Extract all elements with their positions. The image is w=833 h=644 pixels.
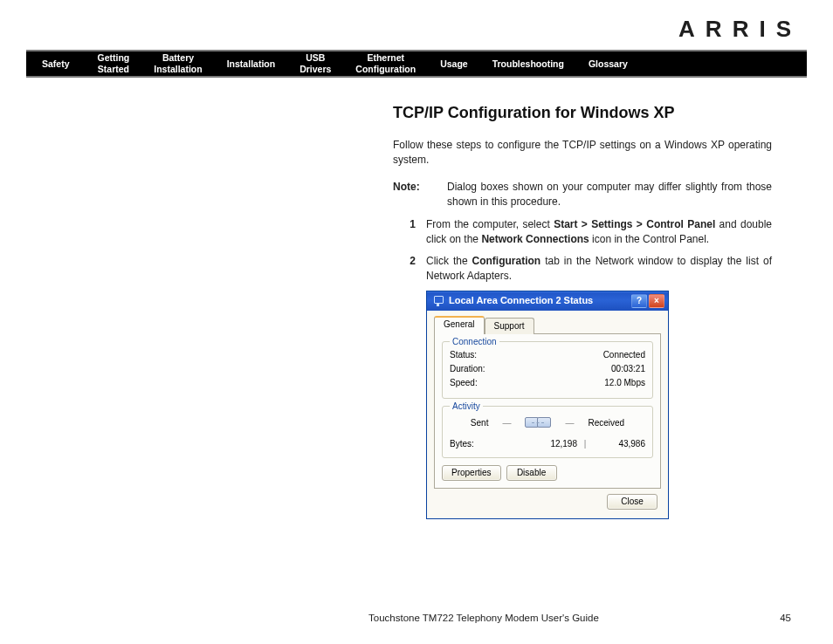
connection-fieldset: Connection Status: Connected Duration: 0…: [442, 341, 653, 399]
activity-icon: [525, 414, 551, 433]
speed-label: Speed:: [450, 377, 478, 389]
step-pre: Click the: [426, 255, 472, 267]
step-bold2: Network Connections: [481, 233, 589, 245]
dialog-close-button[interactable]: Close: [607, 494, 657, 510]
step-text: From the computer, select Start > Settin…: [426, 217, 772, 247]
xp-status-dialog: Local Area Connection 2 Status ? × Gener…: [426, 291, 669, 519]
nav-battery-installation[interactable]: Battery Installation: [141, 50, 214, 77]
xp-title-text: Local Area Connection 2 Status: [449, 294, 630, 307]
nav-installation[interactable]: Installation: [215, 56, 287, 72]
step-text: Click the Configuration tab in the Netwo…: [426, 254, 772, 284]
navbar: Safety Getting Started Battery Installat…: [26, 50, 807, 78]
tab-support[interactable]: Support: [485, 318, 534, 334]
step-post: icon in the Control Panel.: [589, 233, 709, 245]
note-row: Note: Dialog boxes shown on your compute…: [393, 180, 772, 209]
received-label: Received: [588, 417, 624, 429]
note-label: Note:: [393, 180, 447, 209]
close-button[interactable]: ×: [649, 294, 664, 308]
disable-button[interactable]: Disable: [506, 465, 557, 481]
step-bold1: Configuration: [472, 255, 541, 267]
bytes-sent: 12,198: [525, 438, 577, 450]
nav-glossary[interactable]: Glossary: [576, 56, 640, 72]
nav-getting-started[interactable]: Getting Started: [86, 50, 142, 77]
speed-row: Speed: 12.0 Mbps: [450, 377, 645, 389]
dash-right: —: [565, 417, 574, 429]
note-text: Dialog boxes shown on your computer may …: [447, 180, 772, 209]
xp-body: General Support Connection Status: Conne…: [427, 311, 668, 518]
page-heading: TCP/IP Configuration for Windows XP: [393, 102, 772, 124]
bytes-received: 43,986: [593, 438, 645, 450]
intro-paragraph: Follow these steps to configure the TCP/…: [393, 138, 772, 168]
duration-row: Duration: 00:03:21: [450, 363, 645, 375]
nav-troubleshooting[interactable]: Troubleshooting: [480, 56, 576, 72]
duration-label: Duration:: [450, 363, 485, 375]
dialog-button-row: Properties Disable: [442, 465, 653, 481]
footer-title: Touchstone TM722 Telephony Modem User's …: [368, 613, 599, 623]
bytes-row: Bytes: 12,198 | 43,986: [450, 438, 645, 450]
xp-titlebar[interactable]: Local Area Connection 2 Status ? ×: [427, 291, 668, 311]
status-row: Status: Connected: [450, 349, 645, 361]
properties-button[interactable]: Properties: [442, 465, 501, 481]
nav-safety[interactable]: Safety: [26, 56, 86, 72]
connection-legend: Connection: [450, 336, 499, 348]
brand-logo: ARRIS: [26, 16, 807, 43]
xp-pane: Connection Status: Connected Duration: 0…: [434, 333, 661, 489]
bytes-label: Bytes:: [450, 438, 525, 450]
sent-label: Sent: [471, 417, 489, 429]
nav-ethernet-configuration[interactable]: Ethernet Configuration: [343, 50, 428, 77]
step-number: 2: [393, 254, 426, 284]
bytes-sep: |: [577, 438, 593, 450]
step-2: 2 Click the Configuration tab in the Net…: [393, 254, 772, 284]
content-area: TCP/IP Configuration for Windows XP Foll…: [26, 78, 807, 519]
speed-value: 12.0 Mbps: [604, 377, 645, 389]
step-pre: From the computer, select: [426, 218, 554, 230]
status-label: Status:: [450, 349, 477, 361]
step-1: 1 From the computer, select Start > Sett…: [393, 217, 772, 247]
step-bold1: Start > Settings > Control Panel: [554, 218, 715, 230]
page-footer: Touchstone TM722 Telephony Modem User's …: [0, 613, 833, 623]
activity-header: Sent — — Received: [450, 414, 645, 433]
page-number: 45: [780, 613, 791, 623]
network-icon: [432, 295, 444, 307]
duration-value: 00:03:21: [611, 363, 645, 375]
step-number: 1: [393, 217, 426, 247]
dash-left: —: [502, 417, 511, 429]
nav-usage[interactable]: Usage: [428, 56, 480, 72]
dialog-footer: Close: [434, 489, 661, 511]
help-button[interactable]: ?: [631, 294, 647, 308]
tab-general[interactable]: General: [434, 316, 485, 334]
xp-tabs: General Support: [434, 316, 661, 334]
status-value: Connected: [603, 349, 645, 361]
activity-fieldset: Activity Sent — — Received Bytes:: [442, 406, 653, 458]
activity-legend: Activity: [450, 401, 483, 413]
nav-usb-drivers[interactable]: USB Drivers: [287, 50, 343, 77]
